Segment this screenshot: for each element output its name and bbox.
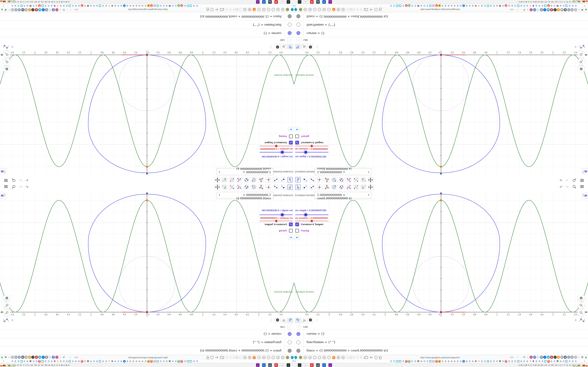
flower-favicon[interactable]: ✿ — [90, 4, 92, 7]
flower-favicon[interactable]: ✿ — [471, 360, 474, 363]
cat-taskbar-icon[interactable]: ● — [256, 363, 259, 367]
green-w-favicon[interactable]: W — [177, 360, 180, 363]
arc-position-slider-knob[interactable] — [311, 220, 313, 222]
tool-circle-button[interactable] — [332, 177, 337, 183]
flower-favicon[interactable]: ✿ — [78, 4, 80, 7]
google-favicon[interactable]: G — [538, 360, 541, 363]
home-button[interactable] — [3, 294, 10, 301]
google-favicon[interactable]: G — [23, 4, 26, 7]
olive-nav-icon[interactable] — [286, 356, 289, 359]
forward-extension-icon[interactable]: → — [66, 8, 69, 11]
zoom-in-button[interactable] — [3, 58, 10, 65]
gear-favicon[interactable]: ✱ — [532, 360, 535, 363]
flower-favicon[interactable]: ✿ — [129, 4, 132, 7]
shield3-extension-icon[interactable]: ◇ — [18, 356, 21, 359]
flower-favicon[interactable]: ✿ — [135, 4, 138, 7]
forward-extension-icon[interactable]: → — [519, 356, 523, 359]
google-favicon[interactable]: G — [184, 360, 186, 363]
google-favicon[interactable]: G — [193, 4, 195, 7]
shield-icon[interactable] — [210, 7, 214, 11]
shield3-extension-icon[interactable]: ◇ — [567, 8, 570, 11]
algebra-row-funcs[interactable]: funcs = {1.000000000000 + cos(4.00000000… — [0, 346, 294, 355]
globe-nav-icon[interactable]: ⊕ — [322, 8, 326, 11]
tool-circle-button[interactable] — [332, 184, 337, 190]
flower-favicon[interactable]: ✿ — [26, 4, 29, 7]
globe-favicon[interactable]: ◍ — [399, 360, 401, 363]
arc-length-slider-knob[interactable] — [281, 213, 284, 216]
arc-nav-icon[interactable]: ∩ — [318, 8, 321, 11]
wikipedia-favicon[interactable]: W — [29, 4, 32, 7]
puzzle-extension-icon[interactable]: ◳ — [574, 8, 577, 11]
gear-extension-icon[interactable]: ✱ — [45, 356, 48, 359]
tool-slider-button[interactable]: a = 2 — [361, 177, 366, 183]
google-favicon[interactable]: G — [162, 360, 165, 363]
algebra-row-funcnames[interactable]: funcNames = {" "} — [0, 338, 294, 347]
play-step-button[interactable]: ▶| — [288, 235, 293, 240]
yandex-favicon[interactable]: Я — [435, 360, 438, 363]
download-extension-icon[interactable]: ↓ — [59, 8, 62, 11]
reload-extension-icon[interactable]: ↻ — [523, 8, 526, 11]
google-favicon[interactable]: G — [84, 360, 86, 363]
redo-icon[interactable]: ↷ — [18, 185, 24, 190]
flower-favicon[interactable]: ✿ — [571, 360, 574, 363]
pin-nav-icon[interactable] — [290, 355, 294, 359]
globe-favicon[interactable]: ◍ — [156, 4, 159, 7]
puzzle-extension-icon[interactable]: ◳ — [11, 356, 14, 359]
algebra-row-funcnames[interactable]: funcNames = {" "} — [294, 20, 588, 29]
picture-favicon[interactable]: ▴ — [438, 360, 441, 363]
tool-move-button[interactable] — [287, 184, 293, 190]
f-favicon[interactable]: f — [478, 4, 480, 7]
wrench-nav-icon[interactable]: ⌁ — [327, 8, 331, 11]
flower-favicon[interactable]: ✿ — [35, 360, 38, 363]
fx-input-button[interactable]: ƒx — [281, 318, 287, 323]
firefox-nav-icon[interactable] — [332, 8, 335, 11]
flower-favicon[interactable]: ✿ — [453, 4, 456, 7]
google-favicon[interactable]: G — [468, 360, 471, 363]
gear-extension-icon[interactable]: ✱ — [45, 8, 48, 11]
google-favicon[interactable]: G — [44, 4, 47, 7]
download-extension-icon[interactable]: ↓ — [526, 356, 529, 359]
arc-length-slider[interactable] — [259, 152, 293, 153]
flower-favicon[interactable]: ✿ — [50, 360, 53, 363]
algebra-row-funcs[interactable]: funcs = {1.000000000000 + cos(4.00000000… — [294, 346, 588, 355]
flower-favicon[interactable]: ✿ — [120, 360, 123, 363]
flower-favicon[interactable]: ✿ — [459, 4, 462, 7]
google-favicon[interactable]: G — [553, 360, 556, 363]
flower-favicon[interactable]: ✿ — [450, 360, 453, 363]
yandex-favicon[interactable]: Я — [405, 4, 407, 7]
f-favicon[interactable]: f — [56, 4, 59, 7]
tool-point-button[interactable]: A — [303, 177, 308, 183]
google-favicon[interactable]: G — [11, 4, 14, 7]
google-favicon[interactable]: G — [514, 360, 516, 363]
graphics-stylebar-button[interactable] — [581, 192, 588, 199]
trash-extension-icon[interactable]: ▯ — [32, 8, 35, 11]
globe-favicon[interactable]: ◍ — [41, 4, 44, 7]
puzzle-extension-icon[interactable]: ◳ — [574, 356, 577, 359]
shield2-extension-icon[interactable]: ◆ — [21, 8, 24, 11]
google-favicon[interactable]: G — [541, 360, 544, 363]
info-favicon[interactable]: i — [432, 360, 435, 363]
flower-favicon[interactable]: ✿ — [129, 360, 132, 363]
fade-nav-icon[interactable] — [346, 8, 349, 11]
translate-extension-icon[interactable]: A — [533, 356, 536, 359]
google-favicon[interactable]: G — [493, 360, 495, 363]
reload-extension-icon[interactable]: ↻ — [62, 8, 65, 11]
globe-nav-icon[interactable]: ⊕ — [243, 8, 247, 11]
flower-favicon[interactable]: ✿ — [511, 4, 513, 7]
mouse-extension-icon[interactable]: ⌷ — [49, 8, 52, 11]
display-taskbar-icon[interactable]: ▣ — [268, 0, 272, 4]
ice-extension-icon[interactable]: ▮ — [550, 356, 553, 359]
arc-nav-icon[interactable]: ∩ — [272, 8, 275, 11]
olive-nav-icon[interactable] — [286, 8, 289, 11]
graphics-view[interactable]: -2.4-2.2-2-1.8-1.6-1.4-1.2-1-0.8-0.6-0.4… — [0, 50, 294, 175]
graphics-stylebar-button[interactable] — [0, 168, 7, 175]
tool-point-button[interactable]: A — [303, 184, 308, 190]
hamburger-menu-icon[interactable] — [579, 185, 585, 190]
tool-move-button[interactable] — [287, 177, 293, 183]
tool-line-button[interactable] — [273, 177, 278, 183]
arc-position-point[interactable] — [440, 311, 442, 313]
globe-extension-icon[interactable]: ● — [28, 8, 31, 11]
gear-extension-icon[interactable]: ✱ — [540, 356, 543, 359]
globe-favicon[interactable]: ◍ — [69, 360, 71, 363]
save-taskbar-icon[interactable]: ▼ — [262, 363, 266, 367]
